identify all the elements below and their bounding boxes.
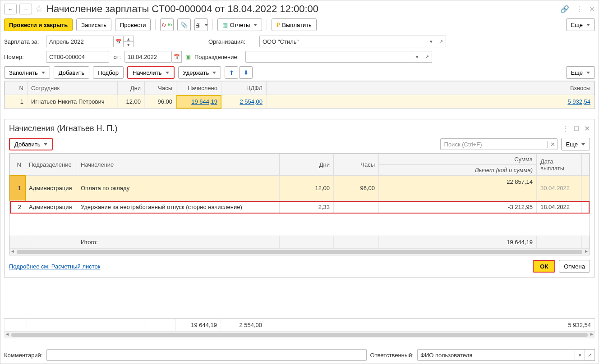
open-icon[interactable]: ↗ (585, 349, 595, 361)
more-button[interactable]: Еще (566, 18, 595, 31)
dcol-days[interactable]: Дни (280, 154, 334, 176)
fill-button[interactable]: Заполнить (4, 66, 50, 79)
app-window: ← → ☆ Начисление зарплаты СТ00-000004 от… (0, 0, 599, 364)
horizontal-scrollbar[interactable] (9, 249, 590, 255)
col-contrib[interactable]: Взносы (267, 82, 594, 95)
move-down-button[interactable]: ⬇ (239, 66, 253, 79)
employees-table[interactable]: N Сотрудник Дни Часы Начислено НДФЛ Взно… (4, 81, 595, 109)
nav-forward-button[interactable]: → (19, 4, 32, 14)
ndfl-link[interactable]: 2 554,00 (240, 98, 263, 105)
dcol-hours[interactable]: Часы (334, 154, 379, 176)
col-accrued[interactable]: Начислено (176, 82, 221, 95)
post-and-close-button[interactable]: Провести и закрыть (4, 18, 73, 31)
spinner-up-icon[interactable]: ▴ (124, 36, 134, 41)
search-input[interactable]: Поиск (Ctrl+F) ✕ (440, 138, 558, 150)
dropdown-icon[interactable]: ▾ (412, 51, 422, 63)
debit-credit-button[interactable]: ДтКт (160, 18, 174, 31)
date-label: от: (113, 54, 121, 60)
panel-maximize-icon[interactable]: □ (574, 124, 579, 133)
link-icon[interactable]: 🔗 (560, 5, 569, 14)
col-employee[interactable]: Сотрудник (28, 82, 118, 95)
dept-label: Подразделение: (194, 54, 242, 60)
table-row[interactable]: 1 Игнатьев Никита Петрович 12,00 96,00 1… (5, 95, 594, 109)
form-area: Зарплата за: Апрель 2022 📅 ▴ ▾ Организац… (4, 36, 595, 63)
col-ndfl[interactable]: НДФЛ (221, 82, 267, 95)
main-toolbar: Провести и закрыть Записать Провести ДтК… (4, 18, 595, 31)
main-horizontal-scrollbar[interactable] (4, 332, 595, 338)
number-input[interactable]: СТ00-000004 (46, 51, 109, 63)
accruals-table[interactable]: N Подразделение Начисление Дни Часы Сумм… (9, 153, 590, 255)
dcol-dept[interactable]: Подразделение (25, 154, 77, 176)
nav-back-button[interactable]: ← (4, 4, 17, 14)
clear-search-icon[interactable]: ✕ (547, 141, 555, 148)
open-icon[interactable]: ↗ (436, 36, 446, 47)
table-more-button[interactable]: Еще (566, 66, 595, 79)
salary-for-label: Зарплата за: (4, 38, 42, 45)
accrued-link[interactable]: 19 644,19 (191, 98, 217, 105)
table-toolbar: Заполнить Добавить Подбор Начислить Удер… (4, 66, 595, 79)
pick-button[interactable]: Подбор (93, 66, 124, 79)
pay-button[interactable]: ₽ Выплатить (272, 18, 317, 31)
date-input[interactable]: 18.04.2022 📅 (124, 51, 182, 63)
accrue-button[interactable]: Начислить (127, 66, 174, 79)
col-n[interactable]: N (5, 82, 28, 95)
table-row[interactable]: 2 Администрация Удержание за неотработан… (10, 201, 590, 214)
cancel-button[interactable]: Отмена (559, 260, 590, 273)
registered-icon: ▣ (185, 54, 191, 60)
panel-title: Начисления (Игнатьев Н. П.) (9, 124, 118, 133)
move-up-button[interactable]: ⬆ (225, 66, 238, 79)
attach-button[interactable]: 📎 (177, 18, 191, 31)
reports-button[interactable]: ▦ Отчеты (217, 18, 262, 31)
comment-input[interactable] (46, 349, 367, 361)
dcol-sum[interactable]: Сумма (379, 154, 537, 165)
responsible-label: Ответственный: (370, 352, 414, 359)
print-button[interactable]: 🖨 (194, 18, 208, 31)
bottom-totals: 19 644,19 2 554,00 5 932,54 (4, 318, 595, 338)
titlebar: ← → ☆ Начисление зарплаты СТ00-000004 от… (4, 3, 595, 15)
panel-kebab-icon[interactable]: ⋮ (562, 124, 569, 133)
dcol-accrual[interactable]: Начисление (77, 154, 280, 176)
calendar-icon[interactable]: 📅 (172, 51, 182, 63)
salary-for-input[interactable]: Апрель 2022 📅 ▴ ▾ (46, 36, 134, 47)
withhold-button[interactable]: Удержать (178, 66, 221, 79)
add-button[interactable]: Добавить (54, 66, 89, 79)
statusbar: Комментарий: Ответственный: ФИО пользова… (4, 349, 595, 361)
dropdown-icon[interactable]: ▾ (575, 349, 585, 361)
contrib-link[interactable]: 5 932,54 (567, 98, 590, 105)
ok-button[interactable]: ОК (533, 260, 555, 273)
dept-input[interactable]: ▾ ↗ (245, 51, 432, 63)
post-button[interactable]: Провести (115, 18, 151, 31)
spinner-down-icon[interactable]: ▾ (124, 41, 134, 47)
window-title: Начисление зарплаты СТ00-000004 от 18.04… (46, 3, 318, 15)
col-hours[interactable]: Часы (145, 82, 176, 95)
number-label: Номер: (4, 54, 42, 60)
close-icon[interactable]: ✕ (589, 5, 595, 14)
comment-label: Комментарий: (4, 352, 43, 359)
payslip-link[interactable]: Подробнее см. Расчетный листок (9, 263, 101, 270)
col-days[interactable]: Дни (118, 82, 145, 95)
accruals-panel: Начисления (Игнатьев Н. П.) ⋮ □ ✕ Добави… (4, 119, 595, 278)
org-label: Организация: (208, 38, 256, 45)
dcol-n[interactable]: N (10, 154, 25, 176)
save-button[interactable]: Записать (76, 18, 111, 31)
favorite-icon[interactable]: ☆ (35, 3, 44, 15)
table-row[interactable]: 1 Администрация Оплата по окладу 12,00 9… (10, 176, 590, 188)
panel-close-icon[interactable]: ✕ (584, 124, 590, 133)
dcol-deduction[interactable]: Вычет (код и сумма) (379, 165, 537, 176)
calendar-icon[interactable]: 📅 (114, 36, 124, 47)
dropdown-icon[interactable]: ▾ (426, 36, 436, 47)
open-icon[interactable]: ↗ (422, 51, 432, 63)
panel-more-button[interactable]: Еще (561, 138, 590, 150)
responsible-input[interactable]: ФИО пользователя ▾ ↗ (417, 349, 595, 361)
kebab-icon[interactable]: ⋮ (576, 5, 583, 14)
totals-row: Итого: 19 644,19 (10, 236, 590, 249)
dcol-paydate[interactable]: Дата выплаты (537, 154, 582, 176)
panel-add-button[interactable]: Добавить (9, 138, 53, 150)
org-input[interactable]: ООО "Стиль" ▾ ↗ (259, 36, 446, 47)
